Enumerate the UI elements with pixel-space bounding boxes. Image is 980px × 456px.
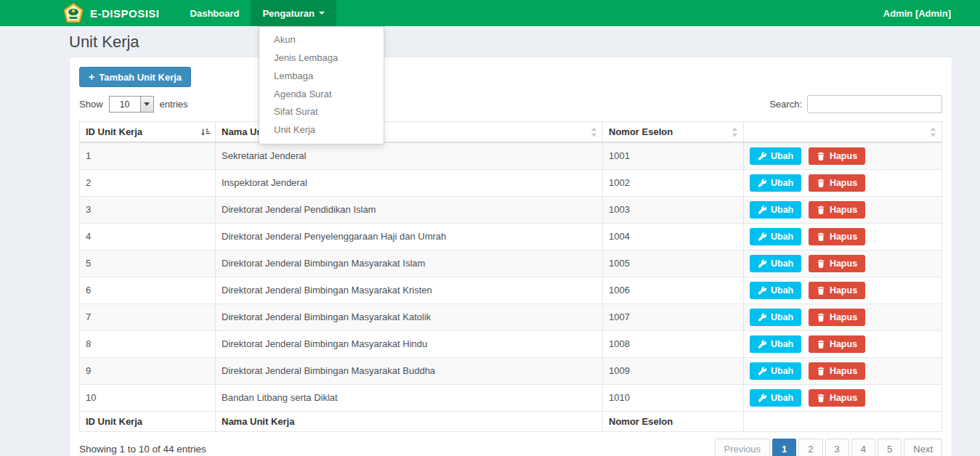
- nav-item-pengaturan[interactable]: Pengaturan: [251, 0, 336, 26]
- edit-button-label: Ubah: [771, 393, 793, 403]
- brand-title: E-DISPOSISI: [90, 7, 160, 20]
- sort-both-icon: [732, 127, 738, 137]
- cell-id: 7: [80, 304, 216, 331]
- header-eselon[interactable]: Nomor Eselon: [603, 122, 744, 143]
- cell-eselon: 1004: [603, 224, 744, 251]
- table-row: 8 Direktorat Jenderal Bimbingan Masyarak…: [80, 331, 942, 358]
- footer-id: ID Unit Kerja: [80, 412, 216, 432]
- page-button-3[interactable]: 3: [825, 439, 849, 456]
- table-row: 1 Sekretariat Jenderal 1001 Ubah Hapus: [80, 142, 942, 170]
- table-row: 5 Direktorat Jenderal Bimbingan Masyarak…: [80, 251, 942, 277]
- page-button-1[interactable]: 1: [772, 439, 796, 456]
- page-button-5[interactable]: 5: [878, 439, 902, 456]
- header-id[interactable]: ID Unit Kerja: [80, 122, 216, 143]
- edit-button[interactable]: Ubah: [750, 228, 801, 245]
- page-button-2[interactable]: 2: [798, 439, 822, 456]
- wrench-icon: [758, 340, 766, 349]
- delete-button[interactable]: Hapus: [809, 309, 865, 326]
- delete-button[interactable]: Hapus: [809, 282, 865, 299]
- nav-links: Dashboard Pengaturan: [179, 0, 336, 26]
- cell-actions: Ubah Hapus: [744, 197, 942, 224]
- cell-eselon: 1009: [603, 358, 744, 385]
- edit-button-label: Ubah: [771, 205, 793, 215]
- edit-button[interactable]: Ubah: [750, 282, 801, 299]
- delete-button-label: Hapus: [830, 366, 857, 376]
- trash-icon: [817, 367, 825, 375]
- edit-button-label: Ubah: [771, 366, 793, 376]
- delete-button[interactable]: Hapus: [809, 228, 865, 245]
- dropdown-item[interactable]: Akun: [259, 31, 384, 49]
- edit-button-label: Ubah: [771, 258, 793, 269]
- trash-icon: [817, 232, 825, 241]
- delete-button-label: Hapus: [830, 151, 857, 161]
- navbar: E-DISPOSISI Dashboard Pengaturan Admin […: [0, 0, 980, 26]
- table-row: 9 Direktorat Jenderal Bimbingan Masyarak…: [80, 358, 942, 385]
- wrench-icon: [758, 367, 766, 375]
- dropdown-item[interactable]: Agenda Surat: [259, 86, 384, 104]
- search-input[interactable]: [807, 95, 942, 113]
- edit-button[interactable]: Ubah: [750, 255, 801, 272]
- dropdown-item[interactable]: Jenis Lembaga: [259, 49, 384, 68]
- wrench-icon: [758, 179, 766, 187]
- cell-name: Direktorat Jenderal Bimbingan Masyarakat…: [216, 251, 603, 277]
- delete-button[interactable]: Hapus: [809, 174, 865, 192]
- trash-icon: [817, 313, 825, 322]
- navbar-user[interactable]: Admin [Admin]: [883, 0, 980, 26]
- edit-button-label: Ubah: [771, 312, 793, 322]
- edit-button[interactable]: Ubah: [750, 174, 801, 192]
- wrench-icon: [758, 313, 766, 322]
- table-row: 4 Direktorat Jenderal Penyelenggaraan Ha…: [80, 224, 942, 251]
- cell-id: 9: [80, 358, 216, 385]
- delete-button[interactable]: Hapus: [809, 255, 865, 272]
- brand[interactable]: E-DISPOSISI: [0, 0, 160, 26]
- edit-button[interactable]: Ubah: [750, 201, 801, 219]
- edit-button[interactable]: Ubah: [750, 335, 801, 353]
- cell-eselon: 1008: [603, 331, 744, 358]
- edit-button[interactable]: Ubah: [750, 362, 801, 380]
- footer-name: Nama Unit Kerja: [216, 412, 603, 432]
- delete-button[interactable]: Hapus: [809, 335, 865, 353]
- delete-button-label: Hapus: [830, 205, 857, 215]
- ministry-logo-icon: [63, 2, 84, 24]
- table-row: 3 Direktorat Jenderal Pendidikan Islam 1…: [80, 197, 942, 224]
- delete-button-label: Hapus: [830, 232, 857, 242]
- select-arrow-icon: [140, 97, 153, 112]
- length-prefix-label: Show: [79, 99, 103, 110]
- dropdown-item[interactable]: Unit Kerja: [259, 121, 384, 139]
- edit-button[interactable]: Ubah: [750, 309, 801, 326]
- add-unit-button[interactable]: + Tambah Unit Kerja: [79, 67, 191, 87]
- edit-button[interactable]: Ubah: [750, 147, 801, 165]
- header-actions[interactable]: [744, 122, 942, 143]
- cell-id: 5: [80, 251, 216, 277]
- page-length-value: 10: [110, 97, 140, 112]
- cell-name: Direktorat Jenderal Bimbingan Masyarakat…: [216, 331, 603, 358]
- delete-button[interactable]: Hapus: [809, 362, 865, 380]
- table-row: 7 Direktorat Jenderal Bimbingan Masyarak…: [80, 304, 942, 331]
- nav-item-dashboard[interactable]: Dashboard: [179, 0, 251, 26]
- footer-eselon: Nomor Eselon: [603, 412, 744, 432]
- page-length-select[interactable]: 10: [109, 96, 154, 113]
- cell-id: 3: [80, 197, 216, 224]
- previous-page-button[interactable]: Previous: [715, 439, 771, 456]
- edit-button-label: Ubah: [771, 232, 793, 242]
- cell-name: Direktorat Jenderal Penyelenggaraan Haji…: [216, 224, 603, 251]
- delete-button[interactable]: Hapus: [809, 147, 865, 165]
- cell-actions: Ubah Hapus: [744, 331, 942, 358]
- edit-button[interactable]: Ubah: [750, 389, 801, 407]
- trash-icon: [817, 286, 825, 295]
- dropdown-item[interactable]: Lembaga: [259, 68, 384, 86]
- edit-button-label: Ubah: [771, 151, 793, 161]
- delete-button[interactable]: Hapus: [809, 389, 865, 407]
- page-button-4[interactable]: 4: [851, 439, 875, 456]
- delete-button[interactable]: Hapus: [809, 201, 865, 219]
- caret-down-icon: [319, 12, 325, 15]
- nav-item-pengaturan-label: Pengaturan: [262, 8, 315, 19]
- edit-button-label: Ubah: [771, 178, 793, 188]
- dropdown-item[interactable]: Sifat Surat: [259, 103, 384, 121]
- wrench-icon: [758, 152, 766, 160]
- next-page-button[interactable]: Next: [904, 439, 942, 456]
- table-row: 6 Direktorat Jenderal Bimbingan Masyarak…: [80, 277, 942, 304]
- cell-name: Sekretariat Jenderal: [216, 142, 603, 170]
- cell-eselon: 1001: [603, 142, 744, 170]
- trash-icon: [817, 179, 825, 187]
